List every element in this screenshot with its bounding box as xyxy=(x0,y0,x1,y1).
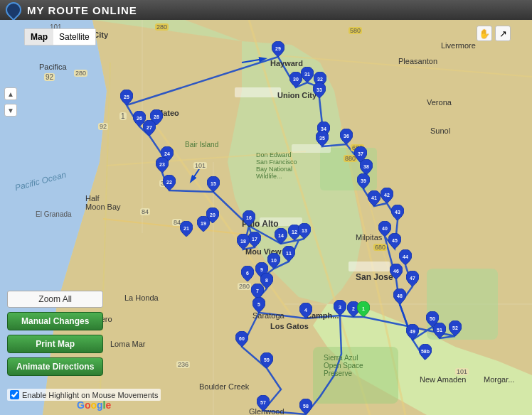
zoom-down-button[interactable]: ▼ xyxy=(4,104,17,117)
map-pin-p13[interactable]: 42 xyxy=(381,188,393,203)
map-pin-p33[interactable]: 17 xyxy=(248,232,261,247)
svg-text:44: 44 xyxy=(403,254,408,259)
svg-text:26: 26 xyxy=(137,116,142,121)
city-label-sunol: Sunol xyxy=(430,126,450,135)
shield-icon xyxy=(2,0,24,21)
map-pin-p45[interactable]: 4 xyxy=(299,303,312,318)
map-pin-p39[interactable]: 10 xyxy=(267,253,280,269)
map-pin-p5[interactable]: 33 xyxy=(313,82,326,98)
map-pin-p35[interactable]: 14 xyxy=(275,228,287,244)
animate-directions-button[interactable]: Animate Directions xyxy=(7,357,103,376)
svg-text:18: 18 xyxy=(240,239,246,244)
zoom-up-button[interactable]: ▲ xyxy=(4,87,17,100)
city-label-hayward: Hayward xyxy=(270,59,303,68)
highway-280: 280 xyxy=(74,70,87,77)
svg-text:30: 30 xyxy=(293,77,299,82)
map-pin-p11[interactable]: 39 xyxy=(357,173,370,189)
highway-92: 92 xyxy=(44,73,55,81)
city-label-morgan: Morgar... xyxy=(484,375,514,384)
svg-text:60: 60 xyxy=(239,336,245,341)
svg-text:27: 27 xyxy=(147,125,152,130)
enable-highlight-row: Enable Highlight on Mouse Movements xyxy=(7,389,161,401)
svg-text:24: 24 xyxy=(164,151,170,156)
map-pin-p20[interactable]: 48 xyxy=(393,289,406,304)
svg-text:2: 2 xyxy=(352,306,355,311)
map-pin-p44[interactable]: 5 xyxy=(252,297,265,313)
svg-text:14: 14 xyxy=(278,233,284,238)
map-pin-p26[interactable]: 23 xyxy=(156,157,169,173)
map-pin-p24[interactable]: 27 xyxy=(143,120,156,136)
map-pin-p10[interactable]: 38 xyxy=(360,159,373,175)
svg-text:38: 38 xyxy=(363,164,369,169)
map-pin-p53[interactable]: 60 xyxy=(235,331,248,347)
map-pin-p18[interactable]: 44 xyxy=(399,249,412,265)
city-label-lahonda: La Honda xyxy=(124,293,159,302)
svg-text:28: 28 xyxy=(154,114,159,119)
highway-236: 236 xyxy=(176,361,190,368)
map-container[interactable]: Daly City Pacifica Hayward Livermore Ple… xyxy=(0,20,532,415)
svg-text:57: 57 xyxy=(260,400,266,405)
map-pin-p51[interactable]: 51 xyxy=(433,323,446,338)
park-label: Don EdwardSan FranciscoBay NationalWildl… xyxy=(256,151,297,180)
map-pin-p49[interactable]: 49 xyxy=(406,324,419,340)
map-pin-p52[interactable]: 52 xyxy=(449,320,462,336)
map-pin-p12[interactable]: 41 xyxy=(368,190,381,206)
map-pin-p19[interactable]: 47 xyxy=(406,271,419,286)
enable-highlight-checkbox[interactable] xyxy=(10,390,19,399)
hand-tool-button[interactable]: ✋ xyxy=(477,26,492,41)
svg-text:33: 33 xyxy=(316,87,322,92)
svg-text:19: 19 xyxy=(201,221,206,226)
svg-text:46: 46 xyxy=(393,269,399,274)
map-pin-p54[interactable]: 59 xyxy=(260,352,273,368)
arrow-tool-button[interactable]: ↗ xyxy=(495,26,511,41)
svg-text:7: 7 xyxy=(256,289,259,293)
map-pin-p17[interactable]: 46 xyxy=(390,264,403,279)
svg-text:6: 6 xyxy=(246,271,249,276)
svg-text:41: 41 xyxy=(371,195,377,200)
manual-changes-button[interactable]: Manual Changes xyxy=(7,312,103,330)
svg-text:49: 49 xyxy=(410,329,415,334)
map-type-map-button[interactable]: Map xyxy=(25,29,53,45)
svg-text:40: 40 xyxy=(382,226,388,231)
zoom-all-button[interactable]: Zoom All xyxy=(7,291,103,308)
map-pin-p48[interactable]: 1 xyxy=(357,301,370,317)
map-type-bar: Map Satellite xyxy=(24,28,96,45)
map-pin-p8[interactable]: 36 xyxy=(340,129,353,144)
map-pin-p27[interactable]: 22 xyxy=(163,175,176,190)
svg-text:3: 3 xyxy=(339,305,341,310)
map-pin-p37[interactable]: 13 xyxy=(298,223,311,239)
map-pin-p38[interactable]: 11 xyxy=(282,246,295,262)
svg-text:15: 15 xyxy=(211,181,216,186)
map-pin-p30[interactable]: 19 xyxy=(197,216,210,232)
map-pin-p46[interactable]: 3 xyxy=(334,300,346,316)
map-pin-p31[interactable]: 21 xyxy=(180,221,193,237)
map-pin-p57[interactable]: 58b xyxy=(419,344,432,360)
city-label-pacifica: Pacifica xyxy=(39,63,67,71)
map-pin-p56[interactable]: 58 xyxy=(299,399,312,414)
svg-text:20: 20 xyxy=(210,212,216,217)
map-pin-p14[interactable]: 43 xyxy=(391,205,404,220)
map-pin-p21[interactable]: 25 xyxy=(120,90,133,105)
svg-rect-21 xyxy=(235,87,281,97)
svg-text:37: 37 xyxy=(358,151,363,156)
park-label2: Sierra AzulOpen SpacePreserve xyxy=(324,354,363,377)
city-label-pleasanton: Pleasanton xyxy=(398,57,437,65)
svg-text:22: 22 xyxy=(166,180,172,185)
map-pin-p32[interactable]: 16 xyxy=(243,210,255,226)
map-pin-p3[interactable]: 31 xyxy=(301,67,314,82)
svg-text:42: 42 xyxy=(384,193,390,198)
map-pin-p1[interactable]: 29 xyxy=(272,41,284,57)
svg-text:48: 48 xyxy=(397,293,403,298)
map-pin-p41[interactable]: 6 xyxy=(241,266,254,281)
map-pin-p28[interactable]: 15 xyxy=(207,176,220,192)
map-pin-p34[interactable]: 18 xyxy=(237,234,250,249)
map-pin-p16[interactable]: 45 xyxy=(388,233,401,249)
print-map-button[interactable]: Print Map xyxy=(7,335,103,353)
svg-text:11: 11 xyxy=(286,251,292,256)
map-pin-p7[interactable]: 35 xyxy=(316,131,329,146)
svg-text:39: 39 xyxy=(361,178,366,183)
map-type-satellite-button[interactable]: Satellite xyxy=(53,29,95,45)
highway-101c: 101 xyxy=(455,368,469,375)
map-pin-p55[interactable]: 57 xyxy=(257,395,270,411)
city-label-bouldercreek: Boulder Creek xyxy=(199,382,249,391)
